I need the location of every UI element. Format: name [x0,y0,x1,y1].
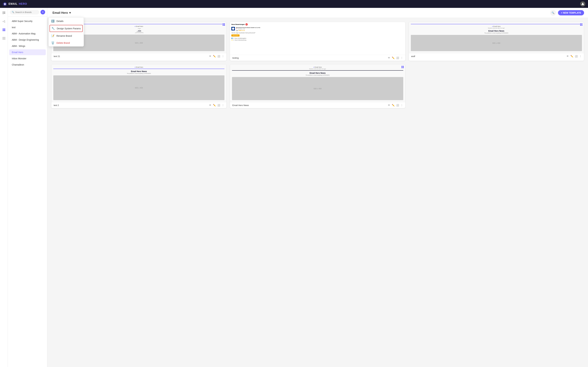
dropdown-item-details[interactable]: ℹ️ Details [49,17,84,25]
dropdown-item-rename[interactable]: 📝 Rename Brand [49,32,84,39]
dropdown-item-delete[interactable]: 🗑️ Delete Brand [49,39,84,46]
delete-icon: 🗑️ [51,41,54,44]
dropdown-design-system-label: Design System Params [57,27,81,30]
settings-icon: 🔧 [52,27,55,30]
dropdown-menu: ℹ️ Details 🔧 Design System Params 📝 Rena… [48,17,84,47]
dropdown-rename-label: Rename Brand [56,34,72,37]
info-icon: ℹ️ [51,19,54,23]
dropdown-item-design-system[interactable]: 🔧 Design System Params [50,25,83,32]
dropdown-details-label: Details [56,20,63,22]
rename-icon: 📝 [51,34,54,37]
dropdown-delete-label: Delete Brand [56,42,70,44]
dropdown-overlay[interactable] [0,0,588,367]
